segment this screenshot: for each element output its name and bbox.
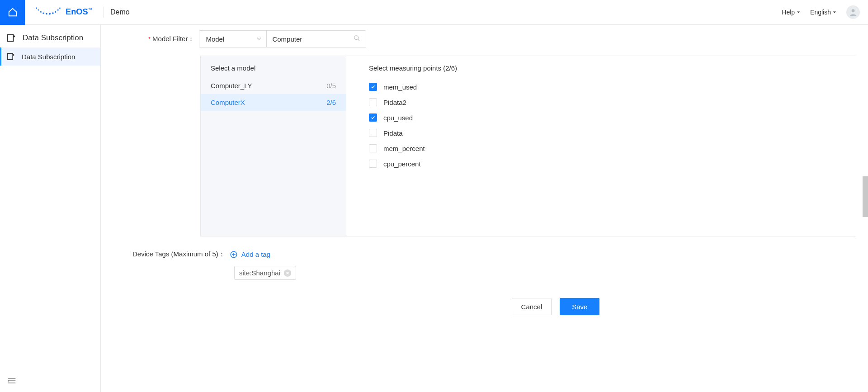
save-button[interactable]: Save (560, 298, 599, 315)
filter-select[interactable]: Model (199, 30, 267, 47)
brand-logo: EnOS TM (34, 5, 97, 19)
svg-point-9 (59, 8, 61, 9)
point-row[interactable]: Pidata2 (369, 94, 833, 110)
point-label: Pidata (383, 129, 403, 137)
svg-text:TM: TM (88, 8, 92, 10)
header-divider (104, 7, 104, 18)
sidebar: Data Subscription Data Subscription (0, 25, 101, 392)
model-panel: Select a model Computer_LY0/5ComputerX2/… (200, 56, 856, 236)
svg-point-15 (354, 36, 359, 40)
sidebar-header: Data Subscription (0, 25, 100, 47)
org-name: Demo (110, 8, 130, 16)
checkbox[interactable] (369, 160, 377, 168)
help-label: Help (782, 9, 795, 16)
add-tag-button[interactable]: Add a tag (230, 250, 270, 259)
check-icon (370, 115, 376, 120)
chevron-down-icon (256, 35, 262, 43)
check-icon (370, 84, 376, 90)
point-row[interactable]: cpu_used (369, 110, 833, 125)
caret-down-icon (833, 10, 836, 14)
header-right: Help English (782, 5, 868, 19)
svg-rect-14 (8, 53, 13, 59)
tag-pill: site:Shanghai (234, 266, 296, 280)
svg-point-1 (38, 9, 39, 11)
filter-controls: Model (199, 30, 366, 47)
sidebar-footer (0, 371, 100, 392)
model-list-title: Select a model (201, 56, 346, 77)
sidebar-group-title: Data Subscription (23, 33, 83, 43)
language-label: English (810, 9, 831, 16)
model-name: Computer_LY (211, 82, 252, 90)
checkbox[interactable] (369, 144, 377, 152)
checkbox[interactable] (369, 129, 377, 137)
model-count: 2/6 (326, 99, 336, 106)
content-area: *Model Filter： Model Select a mod (101, 25, 868, 392)
svg-point-3 (42, 12, 44, 14)
filter-select-value: Model (206, 35, 224, 43)
filter-search[interactable] (267, 30, 366, 47)
action-buttons: Cancel Save (252, 298, 859, 315)
filter-search-input[interactable] (272, 35, 354, 43)
cancel-button[interactable]: Cancel (512, 298, 552, 315)
checkbox[interactable] (369, 113, 377, 122)
model-count: 0/5 (326, 82, 336, 90)
point-label: cpu_percent (383, 160, 421, 168)
help-menu[interactable]: Help (782, 9, 800, 16)
point-row[interactable]: cpu_percent (369, 156, 833, 171)
checkbox[interactable] (369, 83, 377, 91)
close-icon (286, 271, 289, 275)
model-name: ComputerX (211, 99, 245, 106)
model-filter-label: *Model Filter： (148, 35, 194, 43)
svg-point-7 (55, 11, 56, 13)
scrollbar-thumb[interactable] (863, 176, 868, 217)
svg-rect-13 (8, 35, 14, 42)
plus-circle-icon (230, 250, 238, 259)
svg-text:EnOS: EnOS (66, 7, 88, 16)
tag-text: site:Shanghai (239, 269, 280, 277)
point-label: mem_percent (383, 145, 425, 152)
model-list-panel: Select a model Computer_LY0/5ComputerX2/… (201, 56, 346, 236)
point-row[interactable]: Pidata (369, 125, 833, 141)
svg-point-6 (52, 12, 54, 14)
home-button[interactable] (0, 0, 25, 25)
svg-point-4 (46, 13, 47, 15)
required-star: * (148, 36, 151, 43)
add-tag-label: Add a tag (241, 250, 270, 258)
svg-point-0 (36, 8, 37, 9)
caret-down-icon (797, 10, 800, 14)
device-tags-label: Device Tags (Maximum of 5)： (132, 250, 225, 259)
collapse-icon[interactable] (7, 377, 16, 384)
points-panel: Select measuring points (2/6) mem_usedPi… (346, 56, 856, 236)
search-icon (354, 35, 360, 43)
point-row[interactable]: mem_percent (369, 141, 833, 156)
device-tags-row: Device Tags (Maximum of 5)： Add a tag (132, 250, 859, 259)
tag-remove-button[interactable] (284, 269, 291, 277)
point-row[interactable]: mem_used (369, 79, 833, 94)
svg-point-12 (852, 9, 855, 12)
brand-area: EnOS TM Demo (25, 5, 139, 19)
svg-point-2 (40, 11, 42, 13)
svg-point-5 (49, 13, 51, 15)
avatar[interactable] (846, 5, 860, 19)
subscription-icon (6, 33, 16, 43)
svg-point-8 (57, 9, 59, 11)
point-label: cpu_used (383, 114, 413, 122)
language-menu[interactable]: English (810, 9, 836, 16)
sidebar-item-data-subscription[interactable]: Data Subscription (0, 47, 100, 66)
app-header: EnOS TM Demo Help English (0, 0, 868, 25)
sidebar-item-label: Data Subscription (22, 53, 75, 61)
points-title: Select measuring points (2/6) (369, 64, 833, 72)
point-label: Pidata2 (383, 99, 406, 106)
model-filter-row: *Model Filter： Model (148, 30, 859, 47)
checkbox[interactable] (369, 98, 377, 106)
model-item[interactable]: Computer_LY0/5 (201, 77, 346, 94)
subscription-icon (6, 52, 15, 61)
tag-list: site:Shanghai (234, 266, 859, 280)
model-item[interactable]: ComputerX2/6 (201, 94, 346, 111)
point-label: mem_used (383, 83, 417, 91)
user-icon (849, 8, 858, 17)
home-icon (8, 7, 18, 17)
